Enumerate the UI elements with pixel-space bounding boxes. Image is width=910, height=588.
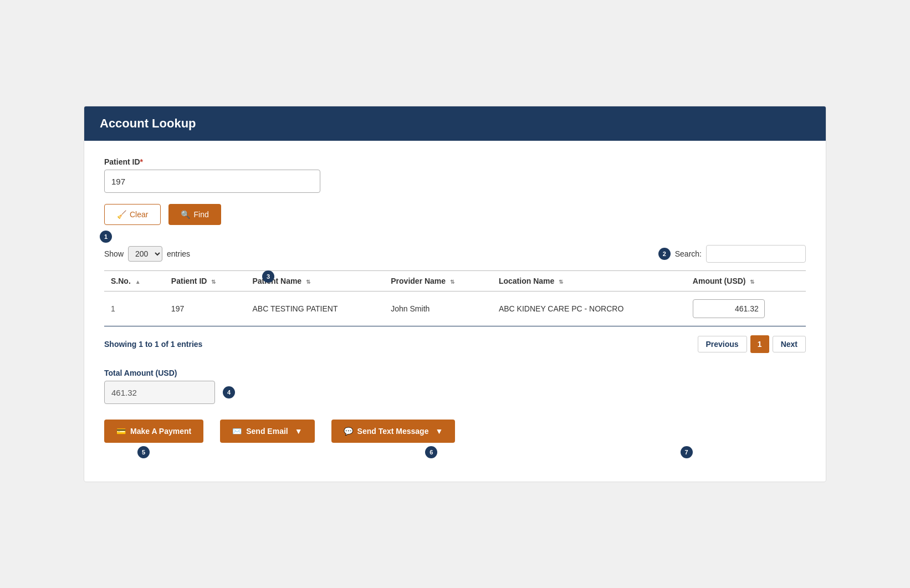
show-entries: Show 10 25 50 100 200 entries	[104, 246, 190, 262]
previous-button[interactable]: Previous	[698, 336, 747, 352]
badge-2: 2	[658, 248, 671, 260]
action-buttons-row: 💳 Make A Payment 5 ✉️ Send Email ▼ 6 💬 S…	[104, 420, 806, 443]
required-indicator: *	[140, 157, 143, 166]
next-button[interactable]: Next	[773, 336, 806, 352]
show-label: Show	[104, 249, 124, 258]
patient-id-label: Patient ID*	[104, 157, 806, 166]
sort-icon-amount: ⇅	[750, 279, 754, 285]
table-header-row: S.No. ▲ Patient ID ⇅ Patient Name ⇅	[104, 271, 806, 292]
total-amount-input	[104, 381, 215, 404]
patient-id-input[interactable]: 197	[104, 170, 320, 193]
dropdown-arrow-text: ▼	[435, 427, 443, 436]
cell-patient-id: 197	[165, 292, 246, 326]
col-patient-id[interactable]: Patient ID ⇅	[165, 271, 246, 292]
sort-icon-sno: ▲	[135, 279, 141, 285]
badge-7: 7	[681, 446, 693, 458]
col-location-name[interactable]: Location Name ⇅	[492, 271, 686, 292]
table-row: 1 197 ABC TESTING PATIENT John Smith ABC…	[104, 292, 806, 326]
clear-button[interactable]: 🧹 Clear	[104, 204, 161, 225]
search-icon: 🔍	[181, 210, 190, 219]
send-email-button[interactable]: ✉️ Send Email ▼	[220, 420, 314, 443]
badge-1: 1	[100, 231, 112, 243]
sort-icon-provider: ⇅	[450, 279, 454, 285]
total-label: Total Amount (USD)	[104, 369, 806, 377]
dropdown-arrow-email: ▼	[295, 427, 303, 436]
entries-select[interactable]: 10 25 50 100 200	[128, 246, 162, 262]
page-title: Account Lookup	[100, 116, 196, 130]
badge-5: 5	[137, 446, 150, 458]
cell-provider-name: John Smith	[384, 292, 492, 326]
current-page: 1	[750, 335, 769, 353]
results-table: S.No. ▲ Patient ID ⇅ Patient Name ⇅	[104, 270, 806, 326]
badge-3: 3	[262, 270, 274, 283]
search-box: Search:	[675, 245, 806, 263]
pagination: Previous 1 Next	[698, 335, 806, 353]
text-icon: 💬	[344, 427, 353, 436]
sort-icon-pid: ⇅	[211, 279, 216, 285]
badge-4: 4	[223, 386, 235, 398]
total-section: Total Amount (USD) 4	[104, 369, 806, 404]
sort-icon-location: ⇅	[559, 279, 563, 285]
sort-icon-pname: ⇅	[306, 279, 310, 285]
make-payment-button[interactable]: 💳 Make A Payment	[104, 420, 203, 443]
email-icon: ✉️	[232, 427, 242, 436]
table-footer: Showing 1 to 1 of 1 entries Previous 1 N…	[104, 335, 806, 353]
col-provider-name[interactable]: Provider Name ⇅	[384, 271, 492, 292]
cell-location-name: ABC KIDNEY CARE PC - NORCRO	[492, 292, 686, 326]
form-buttons: 🧹 Clear 🔍 Find	[104, 204, 806, 225]
showing-text: Showing 1 to 1 of 1 entries	[104, 340, 202, 349]
eraser-icon: 🧹	[117, 210, 126, 219]
cell-patient-name: ABC TESTING PATIENT	[246, 292, 384, 326]
cell-sno: 1	[104, 292, 165, 326]
page-content: Patient ID* 197 🧹 Clear 🔍 Find 1 Show	[84, 141, 826, 482]
send-text-button[interactable]: 💬 Send Text Message ▼	[331, 420, 456, 443]
search-wrapper: 2 Search:	[658, 245, 806, 263]
main-container: Account Lookup Patient ID* 197 🧹 Clear 🔍…	[84, 106, 826, 482]
entries-label: entries	[167, 249, 190, 258]
col-sno[interactable]: S.No. ▲	[104, 271, 165, 292]
table-section: 1 Show 10 25 50 100 200 entries	[104, 245, 806, 353]
show-entries-wrapper: 1 Show 10 25 50 100 200 entries	[104, 246, 190, 262]
patient-id-section: Patient ID* 197	[104, 157, 806, 193]
cell-amount	[686, 292, 806, 326]
payment-icon: 💳	[116, 427, 126, 436]
col-amount[interactable]: Amount (USD) ⇅	[686, 271, 806, 292]
amount-input[interactable]	[693, 299, 765, 318]
search-input[interactable]	[706, 245, 806, 263]
table-container: 3 S.No. ▲ Patient ID ⇅	[104, 270, 806, 326]
badge-6: 6	[425, 446, 437, 458]
search-label: Search:	[675, 249, 702, 258]
page-header: Account Lookup	[84, 106, 826, 141]
table-controls: 1 Show 10 25 50 100 200 entries	[104, 245, 806, 263]
find-button[interactable]: 🔍 Find	[168, 204, 221, 225]
